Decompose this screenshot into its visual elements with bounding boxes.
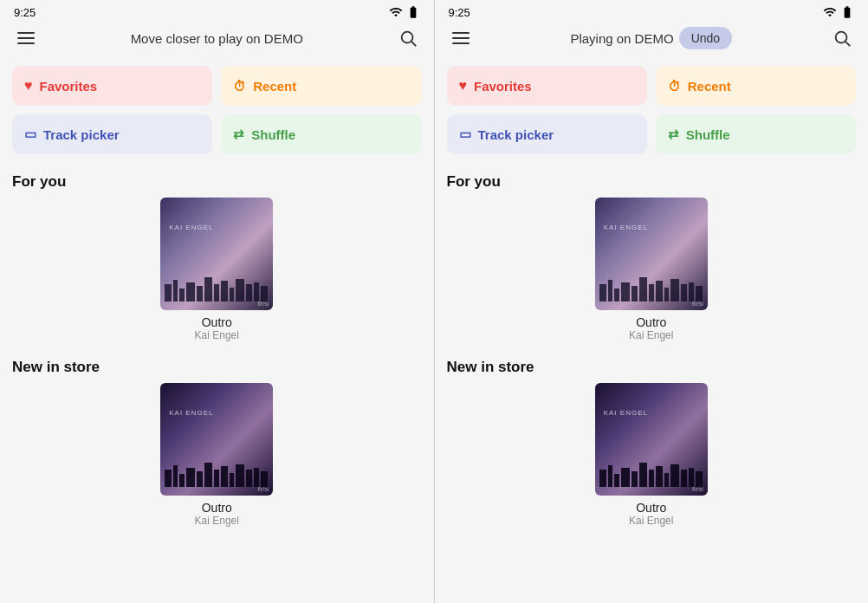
svg-rect-44 bbox=[608, 465, 612, 487]
for-you-card-1[interactable]: KAI ENGEL fir/si Outro Kai Engel bbox=[0, 198, 434, 348]
recent-label-2: Recent bbox=[688, 79, 731, 94]
svg-rect-52 bbox=[670, 464, 679, 487]
trackpicker-button-2[interactable]: ▭ Track picker bbox=[447, 114, 647, 154]
hamburger-icon-1[interactable] bbox=[14, 26, 38, 50]
new-in-store-track-title-2: Outro bbox=[636, 501, 666, 515]
trackpicker-label-2: Track picker bbox=[478, 127, 554, 142]
for-you-track-artist-1: Kai Engel bbox=[195, 329, 239, 341]
title-undo-row: Playing on DEMO Undo bbox=[570, 27, 732, 49]
new-in-store-track-title-1: Outro bbox=[202, 501, 232, 515]
svg-rect-49 bbox=[649, 470, 654, 487]
svg-rect-50 bbox=[656, 466, 663, 487]
screen-1: 9:25 Move closer to play on DEMO ♥ Favor… bbox=[0, 0, 434, 603]
shuffle-button-2[interactable]: ⇄ Shuffle bbox=[656, 114, 856, 154]
new-in-store-thumb-1: KAI ENGEL fir/si bbox=[160, 383, 273, 496]
status-icons-1 bbox=[389, 5, 420, 19]
battery-icon bbox=[406, 5, 420, 19]
shuffle-icon-1: ⇄ bbox=[233, 126, 244, 142]
svg-rect-6 bbox=[197, 286, 203, 302]
svg-rect-11 bbox=[236, 279, 244, 302]
search-icon-2 bbox=[832, 29, 852, 48]
status-bar-2: 9:25 bbox=[435, 0, 869, 23]
top-bar-1: Move closer to play on DEMO bbox=[0, 23, 434, 57]
header-title-1: Move closer to play on DEMO bbox=[38, 31, 396, 46]
svg-rect-19 bbox=[197, 471, 203, 487]
new-in-store-card-1[interactable]: KAI ENGEL fir/si Outro Kai Engel bbox=[0, 383, 434, 534]
svg-rect-8 bbox=[214, 284, 219, 302]
cityscape-svg-4 bbox=[595, 452, 708, 487]
new-in-store-title-2: New in store bbox=[435, 348, 869, 383]
favorites-button-1[interactable]: ♥ Favorites bbox=[12, 66, 212, 106]
svg-rect-51 bbox=[664, 473, 669, 487]
recent-label-1: Recent bbox=[253, 79, 296, 94]
svg-rect-48 bbox=[639, 463, 647, 487]
shuffle-icon-2: ⇄ bbox=[668, 126, 679, 142]
box-icon-1: ▭ bbox=[24, 126, 36, 142]
svg-rect-10 bbox=[230, 288, 234, 302]
svg-rect-45 bbox=[614, 474, 619, 487]
for-you-track-title-2: Outro bbox=[636, 315, 666, 329]
svg-rect-18 bbox=[186, 468, 195, 487]
svg-rect-7 bbox=[204, 277, 212, 302]
time-1: 9:25 bbox=[14, 6, 36, 19]
svg-rect-17 bbox=[179, 474, 185, 487]
svg-rect-2 bbox=[165, 284, 172, 302]
svg-rect-36 bbox=[649, 284, 654, 302]
wifi-icon-2 bbox=[823, 5, 837, 19]
favorites-label-1: Favorites bbox=[40, 79, 98, 94]
for-you-track-artist-2: Kai Engel bbox=[629, 329, 673, 341]
svg-rect-22 bbox=[221, 466, 228, 487]
undo-button[interactable]: Undo bbox=[679, 27, 732, 49]
new-in-store-card-2[interactable]: KAI ENGEL fir/si Outro Kai Engel bbox=[435, 383, 869, 534]
clock-icon-2: ⏱ bbox=[668, 79, 681, 94]
thumb-text-1: KAI ENGEL bbox=[169, 224, 213, 231]
screen-2: 9:25 Playing on DEMO Undo ♥ Favorites ⏱ … bbox=[435, 0, 869, 603]
svg-rect-4 bbox=[179, 289, 185, 302]
trackpicker-button-1[interactable]: ▭ Track picker bbox=[12, 114, 212, 154]
svg-rect-23 bbox=[230, 473, 234, 487]
quick-actions-2: ♥ Favorites ⏱ Recent ▭ Track picker ⇄ Sh… bbox=[435, 57, 869, 163]
svg-rect-40 bbox=[681, 284, 687, 302]
svg-rect-33 bbox=[621, 282, 630, 302]
svg-rect-9 bbox=[221, 281, 228, 302]
heart-icon-1: ♥ bbox=[24, 78, 33, 94]
svg-rect-5 bbox=[186, 282, 195, 302]
favorites-button-2[interactable]: ♥ Favorites bbox=[447, 66, 647, 106]
top-bar-2: Playing on DEMO Undo bbox=[435, 23, 869, 57]
svg-rect-21 bbox=[214, 470, 219, 487]
svg-rect-24 bbox=[236, 464, 244, 487]
new-in-store-title-1: New in store bbox=[0, 348, 434, 383]
shuffle-button-1[interactable]: ⇄ Shuffle bbox=[221, 114, 421, 154]
svg-rect-37 bbox=[656, 281, 663, 302]
new-in-store-track-artist-1: Kai Engel bbox=[195, 515, 239, 527]
svg-line-29 bbox=[845, 42, 850, 46]
search-button-2[interactable] bbox=[830, 26, 854, 50]
svg-point-0 bbox=[401, 32, 412, 43]
shuffle-label-2: Shuffle bbox=[686, 127, 730, 142]
trackpicker-label-1: Track picker bbox=[43, 127, 120, 142]
status-icons-2 bbox=[823, 5, 854, 19]
svg-rect-32 bbox=[614, 289, 619, 302]
svg-rect-39 bbox=[670, 279, 679, 302]
svg-rect-31 bbox=[608, 280, 612, 302]
for-you-thumb-1: KAI ENGEL fir/si bbox=[160, 198, 273, 310]
recent-button-1[interactable]: ⏱ Recent bbox=[221, 66, 421, 106]
thumb-text-4: KAI ENGEL bbox=[604, 409, 648, 417]
wifi-icon bbox=[389, 5, 403, 19]
for-you-track-title-1: Outro bbox=[202, 315, 232, 329]
new-in-store-track-artist-2: Kai Engel bbox=[629, 515, 673, 527]
svg-rect-38 bbox=[664, 288, 669, 302]
for-you-title-1: For you bbox=[0, 163, 434, 198]
for-you-thumb-2: KAI ENGEL fir/si bbox=[595, 198, 708, 310]
hamburger-icon-2[interactable] bbox=[449, 26, 473, 50]
for-you-card-2[interactable]: KAI ENGEL fir/si Outro Kai Engel bbox=[435, 198, 869, 348]
box-icon-2: ▭ bbox=[459, 126, 471, 142]
svg-rect-15 bbox=[165, 470, 172, 487]
search-button-1[interactable] bbox=[396, 26, 420, 50]
svg-rect-34 bbox=[632, 286, 638, 302]
time-2: 9:25 bbox=[449, 6, 470, 19]
recent-button-2[interactable]: ⏱ Recent bbox=[656, 66, 856, 106]
svg-rect-3 bbox=[173, 280, 178, 302]
cityscape-svg-2 bbox=[160, 452, 273, 487]
battery-icon-2 bbox=[840, 5, 854, 19]
